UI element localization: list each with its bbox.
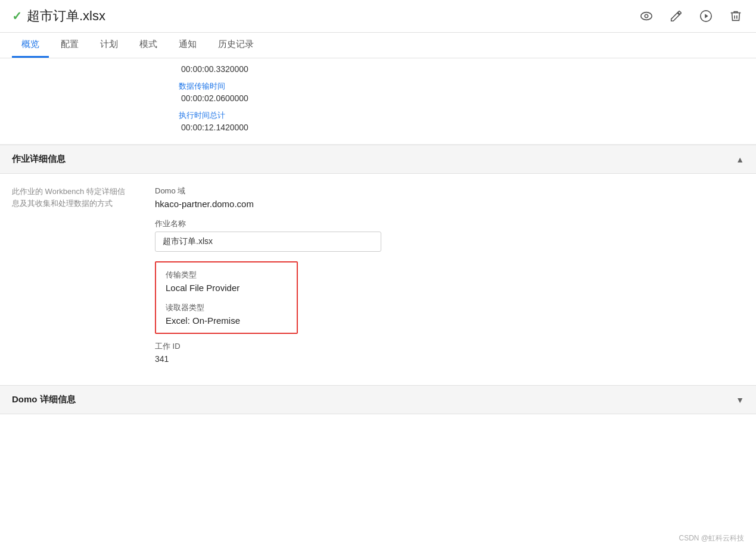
domo-details-title: Domo 详细信息: [12, 394, 76, 405]
domo-domain-group: Domo 域 hkaco-partner.domo.com: [155, 186, 744, 209]
transport-type-label: 传输类型: [166, 270, 287, 280]
reader-type-group: 读取器类型 Excel: On-Premise: [166, 302, 287, 326]
delete-icon[interactable]: [727, 8, 744, 24]
domo-details-chevron: ▼: [736, 395, 744, 405]
watermark: CSDN @虹科云科技: [679, 533, 744, 543]
job-details-desc: 此作业的 Workbench 特定详细信息及其收集和处理数据的方式: [12, 186, 131, 373]
page-title: 超市订单.xlsx: [27, 7, 105, 25]
header-actions: [638, 8, 744, 24]
edit-icon[interactable]: [668, 8, 685, 24]
reader-type-value: Excel: On-Premise: [166, 315, 287, 326]
view-icon[interactable]: [638, 8, 655, 24]
tab-overview[interactable]: 概览: [12, 33, 49, 58]
domo-domain-value: hkaco-partner.domo.com: [155, 199, 744, 209]
job-details-title: 作业详细信息: [12, 154, 66, 165]
transport-type-group: 传输类型 Local File Provider: [166, 270, 287, 293]
check-icon: ✓: [12, 9, 22, 23]
run-icon[interactable]: [698, 8, 714, 24]
job-details-fields: Domo 域 hkaco-partner.domo.com 作业名称 传输类型 …: [155, 186, 744, 373]
reader-type-label: 读取器类型: [166, 302, 287, 313]
job-details-body: 此作业的 Workbench 特定详细信息及其收集和处理数据的方式 Domo 域…: [0, 174, 756, 385]
title-area: ✓ 超市订单.xlsx: [12, 7, 105, 25]
transfer-time-value: 00:00:02.0600000: [179, 93, 744, 103]
job-name-label: 作业名称: [155, 218, 744, 229]
tab-schema[interactable]: 模式: [130, 33, 167, 58]
job-id-group: 工作 ID 341: [155, 341, 744, 364]
job-name-input[interactable]: [155, 232, 381, 252]
total-time-label: 执行时间总计: [179, 110, 744, 121]
transfer-time-label: 数据传输时间: [179, 81, 744, 92]
svg-marker-3: [705, 14, 708, 18]
tab-history[interactable]: 历史记录: [209, 33, 263, 58]
job-details-section-header[interactable]: 作业详细信息 ▲: [0, 145, 756, 174]
tab-notification[interactable]: 通知: [169, 33, 206, 58]
job-id-label: 工作 ID: [155, 341, 744, 352]
main-content: 00:00:00.3320000 数据传输时间 00:00:02.0600000…: [0, 58, 756, 546]
domo-details-section-header[interactable]: Domo 详细信息 ▼: [0, 385, 756, 414]
svg-point-1: [645, 14, 648, 18]
job-details-chevron: ▲: [736, 155, 744, 164]
transport-type-value: Local File Provider: [166, 283, 287, 293]
tab-config[interactable]: 配置: [51, 33, 88, 58]
highlight-box: 传输类型 Local File Provider 读取器类型 Excel: On…: [155, 261, 298, 334]
top-section: 00:00:00.3320000 数据传输时间 00:00:02.0600000…: [0, 58, 756, 145]
domo-domain-label: Domo 域: [155, 186, 744, 196]
tab-bar: 概览 配置 计划 模式 通知 历史记录: [0, 33, 756, 58]
svg-point-0: [641, 12, 652, 20]
partial-time-value: 00:00:00.3320000: [179, 64, 744, 74]
job-id-value: 341: [155, 354, 744, 364]
job-name-group: 作业名称: [155, 218, 744, 252]
tab-schedule[interactable]: 计划: [91, 33, 127, 58]
app-header: ✓ 超市订单.xlsx: [0, 0, 756, 33]
total-time-value: 00:00:12.1420000: [179, 123, 744, 132]
